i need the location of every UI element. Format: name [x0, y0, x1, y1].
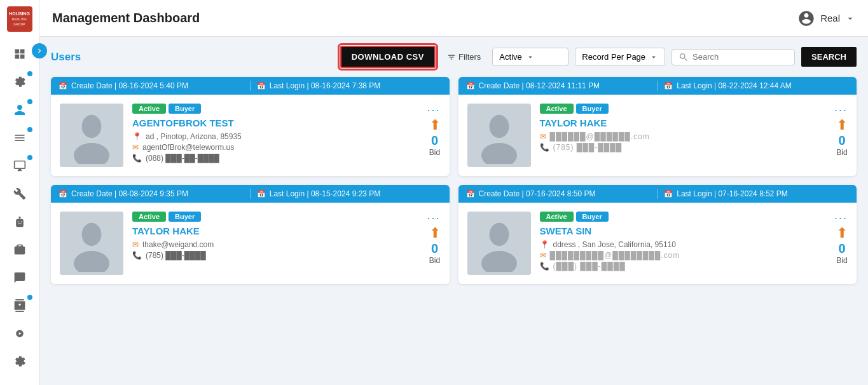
bid-arrow-icon: ⬆	[836, 117, 848, 133]
card-last-login: 📅 Last Login | 07-16-2024 8:52 PM	[664, 189, 849, 198]
sidebar-item-tools[interactable]	[6, 182, 34, 206]
user-email: ✉ thake@weigand.com	[132, 240, 418, 249]
svg-point-0	[82, 115, 102, 138]
user-menu[interactable]: Real	[797, 10, 855, 27]
user-name[interactable]: AGENTOFBROK TEST	[132, 118, 418, 128]
sidebar-item-broadcast[interactable]	[6, 321, 34, 346]
card-actions: ··· ⬆ 0 Bid	[834, 104, 848, 159]
user-badges: ActiveBuyer	[540, 212, 825, 222]
location-icon: 📍	[540, 240, 549, 249]
logo: HOUSINGREAL BIG GROUP	[7, 6, 32, 32]
calendar-icon: 📅	[59, 82, 67, 90]
user-name[interactable]: SWETA SIN	[540, 226, 825, 236]
badge-buyer: Buyer	[169, 104, 201, 114]
user-badges: ActiveBuyer	[132, 104, 418, 114]
sidebar-item-briefcase[interactable]	[6, 238, 34, 262]
sidebar-item-robot[interactable]	[6, 210, 34, 234]
user-email: ✉ ██████@██████.com	[540, 132, 825, 141]
user-card-user2: 📅 Create Date | 08-12-2024 11:11 PM 📅 La…	[458, 77, 857, 176]
email-icon: ✉	[540, 251, 546, 260]
header-divider	[250, 189, 251, 199]
search-button[interactable]: SEARCH	[801, 47, 857, 67]
card-actions: ··· ⬆ 0 Bid	[427, 104, 440, 159]
phone-icon: 📞	[540, 262, 549, 271]
chevron-right-icon	[35, 46, 44, 55]
card-create-date: 📅 Create Date | 08-08-2024 9:35 PM	[59, 189, 244, 198]
card-create-date: 📅 Create Date | 07-16-2024 8:50 PM	[466, 189, 651, 198]
card-last-login: 📅 Last Login | 08-15-2024 9:23 PM	[257, 189, 442, 198]
card-header: 📅 Create Date | 08-12-2024 11:11 PM 📅 La…	[458, 77, 857, 95]
card-last-login: 📅 Last Login | 08-22-2024 12:44 AM	[664, 81, 849, 90]
download-csv-button[interactable]: DOWNLOAD CSV	[340, 46, 436, 68]
search-input[interactable]	[692, 52, 788, 62]
header-divider	[250, 81, 251, 91]
svg-point-5	[74, 251, 109, 272]
svg-point-1	[74, 143, 109, 164]
robot-icon	[13, 215, 26, 228]
person-icon	[13, 104, 26, 116]
monitor-badge	[27, 155, 32, 160]
user-name[interactable]: TAYLOR HAKE	[132, 226, 418, 236]
more-options-button[interactable]: ···	[427, 212, 440, 225]
email-icon: ✉	[132, 143, 139, 152]
card-last-login: 📅 Last Login | 08-16-2024 7:38 PM	[257, 81, 442, 90]
bid-section: ⬆ 0 Bid	[429, 117, 441, 157]
card-header: 📅 Create Date | 08-08-2024 9:35 PM 📅 Las…	[51, 185, 450, 203]
monitor-icon	[13, 159, 26, 172]
filter-icon	[447, 53, 456, 62]
calendar-icon: 📅	[466, 82, 475, 90]
active-dropdown[interactable]: Active	[492, 48, 568, 66]
sidebar-item-monitor[interactable]	[6, 154, 34, 178]
email-icon: ✉	[540, 132, 546, 141]
sidebar-item-settings[interactable]	[6, 70, 34, 94]
phone-icon: 📞	[132, 251, 142, 260]
avatar	[60, 104, 123, 167]
chat-icon	[13, 271, 26, 284]
card-actions: ··· ⬆ 0 Bid	[834, 212, 848, 267]
record-per-page-dropdown[interactable]: Record Per Page	[575, 48, 665, 66]
record-chevron-icon	[649, 53, 658, 62]
badge-buyer: Buyer	[576, 104, 609, 114]
svg-point-3	[481, 143, 517, 164]
sidebar-item-list[interactable]	[6, 126, 34, 150]
user-name[interactable]: TAYLOR HAKE	[540, 118, 825, 128]
card-body: ActiveBuyer SWETA SIN 📍 ddress , San Jos…	[458, 203, 857, 284]
more-options-button[interactable]: ···	[834, 212, 848, 225]
user-phone: 📞 (785) ███-████	[132, 251, 418, 260]
card-header: 📅 Create Date | 08-16-2024 5:40 PM 📅 Las…	[51, 77, 450, 95]
avatar	[467, 104, 531, 167]
gear-icon	[13, 76, 26, 88]
card-actions: ··· ⬆ 0 Bid	[427, 212, 440, 267]
sidebar-item-chat[interactable]	[6, 266, 34, 290]
more-options-button[interactable]: ···	[427, 104, 440, 117]
tools-icon	[13, 187, 26, 200]
svg-point-4	[82, 223, 102, 246]
calendar2-icon: 📅	[664, 190, 673, 198]
sidebar: HOUSINGREAL BIG GROUP	[0, 0, 39, 385]
bid-count: 0	[431, 133, 438, 148]
user-phone: 📞 (███) ███-████	[540, 262, 825, 271]
location-icon: 📍	[132, 132, 142, 141]
sidebar-item-dashboard[interactable]	[6, 42, 34, 66]
badge-active: Active	[132, 212, 166, 222]
contacts-badge	[27, 295, 32, 300]
badge-active: Active	[132, 104, 166, 114]
content-area: Users DOWNLOAD CSV Filters Active Record…	[39, 37, 868, 385]
bid-arrow-icon: ⬆	[429, 117, 441, 133]
account-circle-icon	[797, 10, 815, 27]
sidebar-item-settings2[interactable]	[6, 349, 34, 374]
settings-badge	[27, 71, 32, 76]
record-per-page-label: Record Per Page	[582, 52, 645, 62]
more-options-button[interactable]: ···	[834, 104, 848, 117]
filters-button[interactable]: Filters	[442, 48, 486, 65]
user-card-user1: 📅 Create Date | 08-16-2024 5:40 PM 📅 Las…	[51, 77, 450, 176]
phone-icon: 📞	[132, 154, 142, 163]
sidebar-expand-button[interactable]	[32, 43, 47, 58]
sidebar-item-contacts[interactable]	[6, 294, 34, 318]
settings2-icon	[13, 355, 26, 368]
sidebar-item-users[interactable]	[6, 98, 34, 122]
bid-section: ⬆ 0 Bid	[429, 225, 441, 265]
svg-point-2	[489, 115, 509, 138]
user-address: 📍 ddress , San Jose, California, 95110	[540, 240, 825, 249]
bid-count: 0	[838, 133, 845, 148]
